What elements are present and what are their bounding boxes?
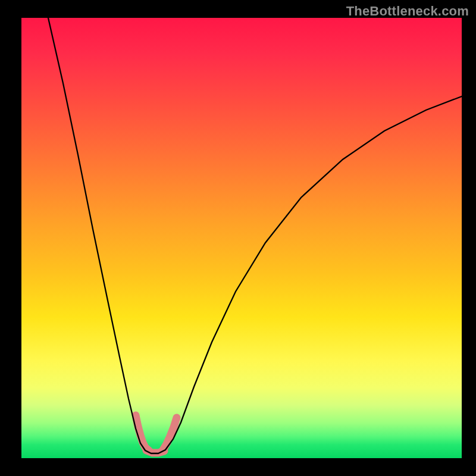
bottleneck-curve: [48, 18, 462, 453]
chart-frame: TheBottleneck.com: [0, 0, 476, 476]
plot-area: [21, 18, 462, 458]
highlight-right: [163, 418, 177, 450]
curve-svg: [21, 18, 462, 458]
watermark-text: TheBottleneck.com: [346, 4, 469, 19]
